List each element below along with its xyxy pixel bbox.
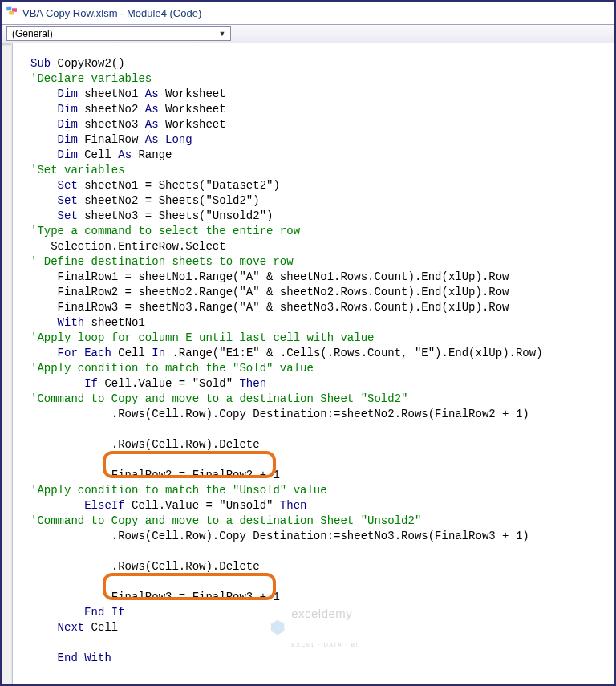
code-token: Set xyxy=(30,194,78,207)
code-token: FinalRow3 = sheetNo3.Range("A" & sheetNo… xyxy=(30,301,509,314)
code-token: Then xyxy=(280,499,307,512)
hex-icon xyxy=(269,619,286,636)
object-procedure-bar: (General) ▼ xyxy=(2,24,614,43)
code-token: Cell xyxy=(78,148,118,161)
watermark: exceldemy EXCEL · DATA · BI xyxy=(269,585,359,670)
code-token: .Rows(Cell.Row).Copy Destination:=sheetN… xyxy=(30,408,529,420)
code-token: Cell xyxy=(111,347,152,359)
code-token: Worksheet xyxy=(159,103,226,116)
code-token: Dim xyxy=(30,133,78,146)
code-comment: 'Apply condition to match the "Unsold" v… xyxy=(30,484,327,497)
code-token: Cell.Value = "Sold" xyxy=(98,377,239,390)
svg-rect-2 xyxy=(9,11,14,15)
code-comment: 'Set variables xyxy=(30,164,125,177)
code-token: Next xyxy=(30,621,84,634)
titlebar: VBA Copy Row.xlsm - Module4 (Code) xyxy=(2,2,614,24)
code-comment: 'Declare variables xyxy=(30,72,152,85)
code-margin xyxy=(2,43,13,684)
code-token: FinalRow1 = sheetNo1.Range("A" & sheetNo… xyxy=(30,270,509,283)
code-token: FinalRow xyxy=(78,133,145,146)
code-token: Cell xyxy=(84,621,118,634)
code-token: sheetNo1 xyxy=(78,87,145,100)
code-token: End If xyxy=(30,606,125,619)
code-token: With xyxy=(30,316,84,329)
code-token: ElseIf xyxy=(30,499,125,512)
code-token: FinalRow3 = FinalRow3 + 1 xyxy=(30,591,280,603)
code-token: End With xyxy=(30,651,111,664)
code-comment: 'Apply condition to match the "Sold" val… xyxy=(30,362,314,375)
code-comment: 'Command to Copy and move to a destinati… xyxy=(30,514,421,527)
code-token: Range xyxy=(132,148,172,161)
code-token: .Rows(Cell.Row).Delete xyxy=(30,438,260,451)
code-comment: 'Apply loop for column E until last cell… xyxy=(30,331,374,344)
code-comment: 'Command to Copy and move to a destinati… xyxy=(30,392,407,405)
code-token: In xyxy=(152,347,165,359)
svg-marker-3 xyxy=(271,620,285,635)
object-dropdown[interactable]: (General) ▼ xyxy=(6,26,231,41)
code-token: As xyxy=(145,103,159,116)
code-token: Worksheet xyxy=(159,118,226,131)
code-token: Then xyxy=(239,377,266,390)
code-token: If xyxy=(30,377,98,390)
code-token: CopyRow2() xyxy=(51,57,124,70)
object-dropdown-value: (General) xyxy=(12,28,53,39)
code-token: Worksheet xyxy=(159,87,226,100)
code-editor[interactable]: Sub CopyRow2() 'Declare variables Dim sh… xyxy=(13,43,614,684)
window-title: VBA Copy Row.xlsm - Module4 (Code) xyxy=(22,7,201,19)
code-token: Dim xyxy=(30,148,78,161)
code-comment: ' Define destination sheets to move row xyxy=(30,255,294,268)
code-token: As xyxy=(118,148,132,161)
code-token: FinalRow2 = sheetNo2.Range("A" & sheetNo… xyxy=(30,286,509,298)
code-token: sheetNo3 = Sheets("Unsold2") xyxy=(78,209,274,222)
code-token: Set xyxy=(30,179,78,192)
code-token: For Each xyxy=(30,347,111,359)
code-token: FinalRow2 = FinalRow2 + 1 xyxy=(30,469,280,481)
chevron-down-icon: ▼ xyxy=(216,27,229,40)
code-token: As xyxy=(145,118,159,131)
code-token: sheetNo1 = Sheets("Dataset2") xyxy=(78,179,280,192)
code-token: Dim xyxy=(30,87,78,100)
code-token: Dim xyxy=(30,103,78,116)
code-token: .Rows(Cell.Row).Delete xyxy=(30,560,260,573)
code-comment: 'Type a command to select the entire row xyxy=(30,225,300,237)
watermark-brand: exceldemy xyxy=(291,607,359,619)
code-token: sheetNo3 xyxy=(78,118,145,131)
code-token: Set xyxy=(30,209,78,222)
code-token: As Long xyxy=(145,133,192,146)
code-token: Cell.Value = "Unsold" xyxy=(125,499,280,512)
code-token: .Rows(Cell.Row).Copy Destination:=sheetN… xyxy=(30,530,529,542)
code-token: sheetNo2 = Sheets("Sold2") xyxy=(78,194,260,207)
code-token: sheetNo1 xyxy=(84,316,145,329)
code-token: .Range("E1:E" & .Cells(.Rows.Count, "E")… xyxy=(165,347,542,359)
code-token: As xyxy=(145,87,159,100)
svg-rect-0 xyxy=(6,7,11,11)
app-icon xyxy=(5,4,19,22)
code-token: sheetNo2 xyxy=(78,103,145,116)
watermark-tagline: EXCEL · DATA · BI xyxy=(291,642,359,647)
code-token: Selection.EntireRow.Select xyxy=(30,240,226,253)
code-token: Sub xyxy=(30,57,51,70)
code-token: Dim xyxy=(30,118,78,131)
